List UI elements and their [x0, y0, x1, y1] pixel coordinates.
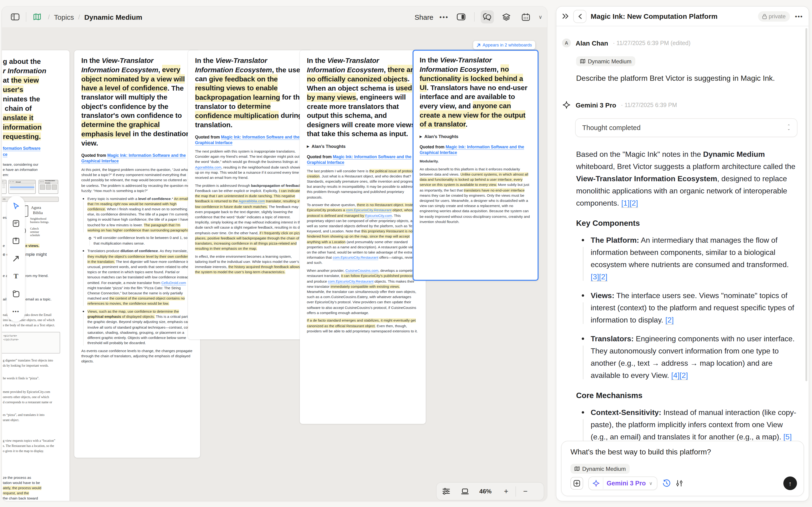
clipped-text-fragment: user's [3, 85, 23, 94]
zoom-out-button[interactable]: − [516, 483, 535, 500]
clipped-text-fragment: ment provided by EpicurioCity.com [3, 390, 50, 394]
text-segment: Translators: [591, 335, 634, 343]
more-tools-button[interactable]: ••• [11, 307, 21, 317]
alans-thoughts-toggle[interactable]: ▶Alan’s Thoughts [420, 134, 531, 139]
thought-status-expander[interactable]: Thought completed ⌃⌄ [575, 118, 798, 137]
privacy-badge: private [758, 11, 790, 21]
clipped-text-fragment: ds by looking for important words. [3, 364, 49, 368]
chat-panel-button[interactable] [481, 10, 494, 23]
back-button[interactable] [573, 10, 587, 23]
zoom-in-button[interactable]: + [497, 483, 515, 500]
clipped-text-fragment: chain of [5, 104, 32, 113]
note-paragraph: Modularity. [420, 159, 531, 164]
message-timestamp: · 11/27/2025 6:39 PM [621, 102, 677, 108]
share-button[interactable]: Share [415, 13, 434, 21]
text-segment: . As they translate, [158, 249, 188, 253]
clipped-text-fragment: es [3, 216, 7, 220]
note-paragraph: In effect, the entire environment become… [195, 254, 305, 275]
figure-caption: schedule [30, 234, 40, 237]
note-quote-source-link[interactable]: Quoted from Magic Ink: Information Softw… [420, 144, 531, 155]
clipped-text-fragment: ninates the [3, 94, 40, 103]
composer-context-chip[interactable]: Dynamic Medium [570, 464, 629, 474]
text-segment: right now [113, 202, 128, 206]
text-segment: Meanwhile, the translator can [307, 290, 355, 294]
send-button[interactable]: ↑ [783, 476, 797, 490]
whiteboard-note-card[interactable]: In the View-Translator Information Ecosy… [300, 50, 426, 424]
clipped-text-fragment: o gives it to the map to display. [3, 449, 44, 453]
note-tool-button[interactable] [11, 219, 21, 228]
map-icon [574, 466, 580, 471]
chat-settings-button[interactable] [675, 480, 683, 487]
text-tool-button[interactable]: T [11, 272, 21, 281]
text-segment: at [3, 76, 11, 84]
clipped-text-fragment: at the view [3, 75, 39, 84]
attach-button[interactable] [570, 477, 583, 490]
text-segment: When another provider, [307, 269, 345, 273]
more-options-button[interactable]: ••• [440, 13, 449, 20]
zoom-level-value[interactable]: 46% [474, 488, 497, 495]
figure-caption: Neighborhood [30, 217, 46, 220]
model-selector[interactable]: Gemini 3 Pro ∨ [588, 476, 657, 490]
alans-thoughts-toggle[interactable]: ▶Alan’s Thoughts [307, 144, 419, 149]
whiteboard-canvas[interactable]: Email Restaurant Guide rm Agora Biblia N… [2, 27, 547, 501]
text-segment: AgoraBiblia.com [195, 165, 221, 169]
whiteboard-note-card-selected[interactable]: In the View-Translator Information Ecosy… [413, 50, 539, 281]
note-figure: Email Restaurant Guide [2, 180, 57, 194]
text-segment: This is a critical part of the graphic d… [87, 315, 192, 345]
clipped-text-fragment: rom my friend. [26, 274, 48, 278]
note-quote-source-link[interactable]: Quoted from Magic Ink: Information Softw… [307, 154, 419, 165]
divider [474, 12, 474, 21]
text-segment: anslate it [3, 114, 33, 122]
chat-more-button[interactable]: ••• [794, 13, 803, 19]
note-quote-source-link[interactable]: Quoted from Magic Ink: Information Softw… [81, 153, 193, 164]
text-segment: Modularity. [420, 159, 439, 163]
right-sidebar-toggle-button[interactable] [455, 10, 468, 23]
text-segment: The feedback may even propagate back to … [195, 205, 303, 235]
text-segment: d corresponds to a restaurant name or [3, 400, 52, 404]
note-quote-source-link[interactable]: Quoted from Magic Ink: Information Softw… [195, 134, 305, 146]
note-paragraph: At this point, the biggest problem conce… [81, 167, 193, 193]
calendar-button[interactable] [519, 10, 532, 23]
import-tool-button[interactable] [11, 236, 21, 246]
calendar-icon [522, 13, 530, 21]
indent-guide [83, 314, 84, 345]
history-button[interactable] [662, 479, 670, 487]
select-tool-button[interactable] [11, 201, 21, 210]
scrollbar-thumb[interactable] [805, 28, 807, 381]
text-segment: information [20, 168, 38, 172]
text-segment: em: [3, 173, 9, 177]
sidebar-toggle-button[interactable] [8, 10, 21, 23]
composer-input-text[interactable]: What's the best way to build this platfo… [570, 448, 711, 456]
canvas-settings-button[interactable] [437, 483, 455, 500]
chat-thread[interactable]: A Alan Chan · 11/27/2025 6:39 PM (edited… [556, 26, 809, 442]
layers-button[interactable] [500, 10, 513, 23]
text-segment: dilution of confidence [120, 249, 158, 253]
text-segment: .* [171, 196, 174, 201]
cursor-icon [12, 202, 20, 210]
context-chip-dynamic-medium[interactable]: Dynamic Medium [576, 56, 635, 66]
text-segment: ze the process as [3, 475, 31, 480]
text-segment: and produce [307, 279, 328, 283]
text-segment: The Platform: [591, 236, 639, 244]
collapse-panel-button[interactable] [562, 13, 569, 19]
presentation-mode-button[interactable] [455, 483, 474, 500]
card-tool-button[interactable] [11, 289, 21, 299]
note-body: The next problem with this system is ina… [195, 149, 305, 275]
text-segment: graphical emphasis [87, 315, 121, 319]
appears-in-whiteboards-link[interactable]: Appears in 2 whiteboards [473, 41, 535, 49]
sliders-icon [442, 488, 450, 495]
text-segment: [4][2] [671, 371, 688, 380]
whiteboard-note-card[interactable]: In the View-Translator Information Ecosy… [74, 50, 200, 458]
whiteboard-type-button[interactable] [31, 10, 44, 23]
text-segment: Context-Sensitivity: [591, 408, 661, 416]
text-segment: tware, considering our [3, 162, 38, 167]
text-segment: ment provided by EpicurioCity.com [3, 390, 50, 394]
connector-tool-button[interactable] [11, 254, 21, 263]
breadcrumb-current-board[interactable]: Dynamic Medium [84, 13, 142, 21]
chevron-down-icon[interactable]: ∨ [539, 14, 542, 20]
breadcrumb-topics[interactable]: Topics [54, 13, 74, 21]
message-composer[interactable]: What's the best way to build this platfo… [561, 441, 804, 496]
ai-bullet-list: Context-Sensitivity: Instead of manual i… [576, 406, 798, 442]
code-figure: <picture></picture> [2, 332, 60, 353]
whiteboard-note-card[interactable]: In the View-Translator Information Ecosy… [188, 50, 312, 339]
